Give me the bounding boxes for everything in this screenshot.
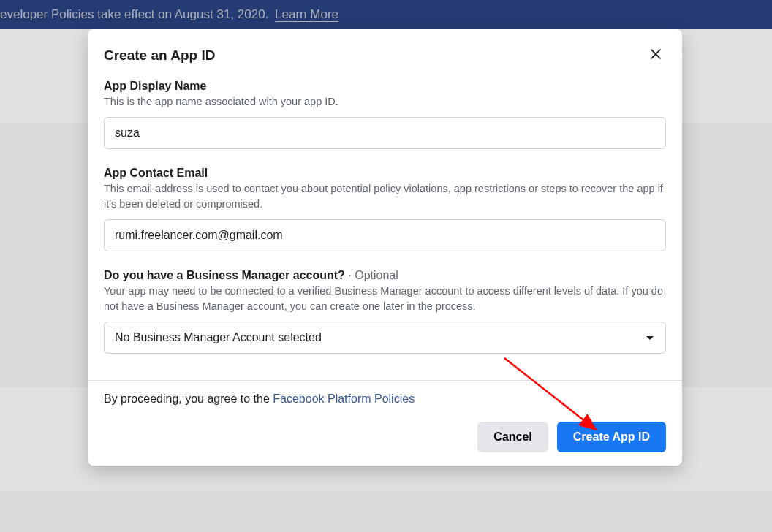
app-contact-email-input[interactable] — [104, 219, 666, 251]
banner-text: eveloper Policies take effect on August … — [0, 7, 272, 21]
field-app-display-name: App Display Name This is the app name as… — [104, 80, 666, 149]
field-help: Your app may need to be connected to a v… — [104, 284, 666, 314]
cancel-button[interactable]: Cancel — [477, 422, 548, 452]
field-label-text: Do you have a Business Manager account? — [104, 269, 345, 281]
background-strip — [0, 491, 772, 532]
modal-footer: By proceeding, you agree to the Facebook… — [88, 380, 682, 466]
close-button[interactable] — [646, 44, 666, 66]
field-label: App Display Name — [104, 80, 666, 93]
field-business-manager: Do you have a Business Manager account? … — [104, 269, 666, 354]
business-manager-select[interactable]: No Business Manager Account selected — [104, 322, 666, 354]
footer-actions: Cancel Create App ID — [104, 422, 666, 452]
field-help: This email address is used to contact yo… — [104, 181, 666, 212]
policy-banner: eveloper Policies take effect on August … — [0, 0, 772, 29]
modal-body: App Display Name This is the app name as… — [88, 71, 682, 380]
learn-more-link[interactable]: Learn More — [275, 7, 338, 21]
optional-tag: · Optional — [345, 269, 398, 281]
field-label: App Contact Email — [104, 167, 666, 180]
field-label: Do you have a Business Manager account? … — [104, 269, 666, 282]
close-icon — [648, 53, 663, 64]
app-display-name-input[interactable] — [104, 117, 666, 149]
agree-prefix: By proceeding, you agree to the — [104, 392, 273, 405]
select-value: No Business Manager Account selected — [115, 331, 322, 344]
create-app-id-button[interactable]: Create App ID — [557, 422, 666, 452]
modal-header: Create an App ID — [88, 29, 682, 71]
field-app-contact-email: App Contact Email This email address is … — [104, 167, 666, 251]
platform-policies-link[interactable]: Facebook Platform Policies — [273, 392, 415, 405]
field-help: This is the app name associated with you… — [104, 94, 666, 110]
create-app-id-modal: Create an App ID App Display Name This i… — [88, 29, 682, 466]
modal-title: Create an App ID — [104, 48, 215, 64]
agree-text: By proceeding, you agree to the Facebook… — [104, 392, 666, 406]
